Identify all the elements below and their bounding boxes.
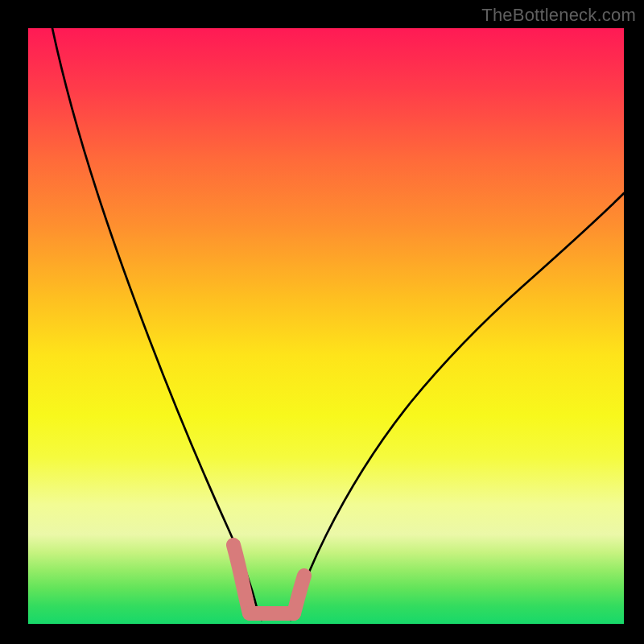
left-curve <box>52 28 262 620</box>
bottom-band-left <box>233 545 250 613</box>
chart-canvas <box>28 28 624 624</box>
right-curve <box>291 193 624 620</box>
attribution-text: TheBottleneck.com <box>481 5 636 26</box>
chart-frame: TheBottleneck.com <box>0 0 644 644</box>
plot-area <box>28 28 624 624</box>
bottom-band-right <box>294 576 304 613</box>
